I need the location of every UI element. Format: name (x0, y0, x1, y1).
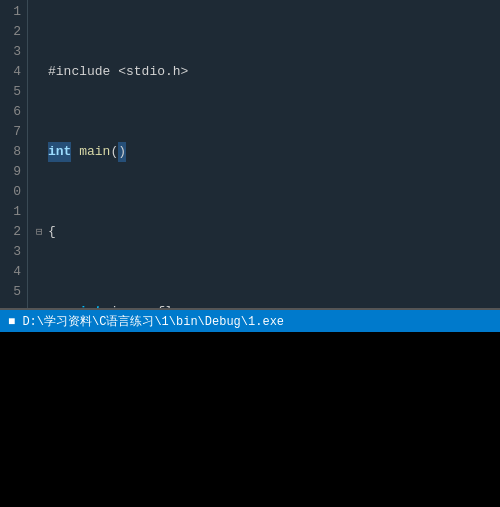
line-num-2: 2 (0, 22, 21, 42)
line-num-5: 5 (0, 82, 21, 102)
code-area: 1 2 3 4 5 6 7 8 9 0 1 2 3 4 5 #include <… (0, 0, 500, 308)
token-1-1: #include <stdio.h> (48, 62, 188, 82)
status-bar: ■ D:\学习资料\C语言练习\1\bin\Debug\1.exe (0, 310, 500, 332)
line-num-14: 4 (0, 262, 21, 282)
line-num-3: 3 (0, 42, 21, 62)
editor-pane: 1 2 3 4 5 6 7 8 9 0 1 2 3 4 5 #include <… (0, 0, 500, 310)
token-3-1: { (48, 222, 56, 242)
code-line-3: ⊟ { (36, 222, 500, 242)
terminal-pane[interactable] (0, 332, 500, 507)
token-2-5: ) (118, 142, 126, 162)
line-num-8: 8 (0, 142, 21, 162)
token-4-2: int (79, 302, 102, 308)
line-num-13: 3 (0, 242, 21, 262)
token-4-3: i,sum,flag; (103, 302, 197, 308)
line-num-11: 1 (0, 202, 21, 222)
token-2-3: main (79, 142, 110, 162)
fold-1 (36, 62, 48, 82)
token-4-1 (48, 302, 79, 308)
line-num-12: 2 (0, 222, 21, 242)
line-num-1: 1 (0, 2, 21, 22)
fold-4 (36, 302, 48, 308)
fold-2 (36, 142, 48, 162)
code-line-4: int i,sum,flag; (36, 302, 500, 308)
code-content[interactable]: #include <stdio.h> int main ( ) ⊟ { in (28, 0, 500, 308)
fold-3: ⊟ (36, 222, 48, 242)
line-num-15: 5 (0, 282, 21, 302)
line-num-7: 7 (0, 122, 21, 142)
code-line-1: #include <stdio.h> (36, 62, 500, 82)
token-2-4: ( (110, 142, 118, 162)
status-bar-text: ■ D:\学习资料\C语言练习\1\bin\Debug\1.exe (8, 313, 284, 330)
line-num-4: 4 (0, 62, 21, 82)
token-2-2 (71, 142, 79, 162)
line-num-6: 6 (0, 102, 21, 122)
line-num-9: 9 (0, 162, 21, 182)
code-line-2: int main ( ) (36, 142, 500, 162)
line-numbers: 1 2 3 4 5 6 7 8 9 0 1 2 3 4 5 (0, 0, 28, 308)
line-num-10: 0 (0, 182, 21, 202)
terminal-content (0, 332, 500, 507)
token-2-1: int (48, 142, 71, 162)
